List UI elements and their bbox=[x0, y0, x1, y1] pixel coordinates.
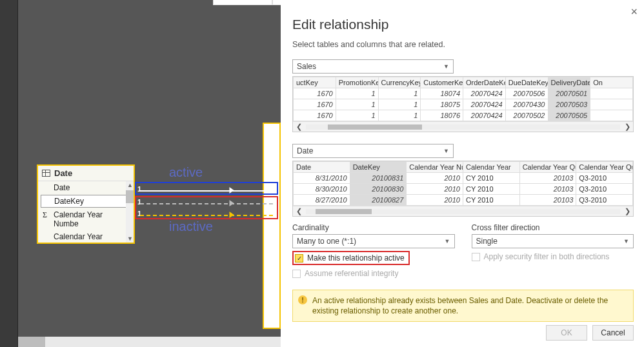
table-cell: CY 2010 bbox=[463, 173, 519, 184]
column-header[interactable]: OrderDateKey bbox=[463, 77, 506, 88]
table-cell: Q3-2010 bbox=[576, 195, 633, 206]
table-cell: 18075 bbox=[421, 99, 463, 110]
chevron-down-icon: ▼ bbox=[443, 63, 449, 70]
cardinality-value: Many to one (*:1) bbox=[297, 237, 356, 246]
cardinality-select[interactable]: Many to one (*:1) ▼ bbox=[292, 234, 455, 248]
table-cell: 18074 bbox=[421, 88, 463, 99]
table2-select[interactable]: Date ▼ bbox=[292, 144, 454, 158]
scroll-right-icon[interactable]: ❯ bbox=[621, 123, 633, 131]
model-canvas: Date Date DateKey ΣCalendar Year Numbe C… bbox=[0, 0, 281, 347]
scroll-thumb[interactable] bbox=[316, 209, 372, 214]
annotation-label-inactive: inactive bbox=[169, 219, 213, 234]
table-cell: 20070503 bbox=[548, 99, 590, 110]
sigma-icon: Σ bbox=[43, 210, 49, 220]
field-scrollbar[interactable]: ▲ ▼ bbox=[126, 181, 134, 243]
table-cell: 20100830 bbox=[350, 184, 407, 195]
table-cell: 20070506 bbox=[505, 88, 548, 99]
make-active-checkbox[interactable]: ✓ bbox=[295, 254, 303, 263]
column-header[interactable]: DeliveryDateKey bbox=[548, 77, 590, 88]
table1-grid: uctKeyPromotionKeyCurrencyKeyCustomerKey… bbox=[292, 76, 634, 132]
column-header[interactable]: Calendar Year Quarter Number bbox=[519, 162, 576, 173]
table-cell: 1670 bbox=[294, 88, 336, 99]
canvas-hscroll-track[interactable] bbox=[18, 337, 281, 347]
canvas-hscroll-thumb[interactable] bbox=[18, 337, 45, 347]
scroll-down-icon[interactable]: ▼ bbox=[127, 235, 133, 242]
column-header[interactable]: CustomerKey bbox=[421, 77, 463, 88]
table-cell: 20103 bbox=[519, 184, 576, 195]
table1-hscroll[interactable]: ❮ ❯ bbox=[293, 121, 633, 132]
scroll-thumb[interactable] bbox=[126, 190, 134, 203]
column-header[interactable]: Calendar Year Quar bbox=[576, 162, 633, 173]
table-cell bbox=[590, 88, 633, 99]
table-cell: 20070505 bbox=[548, 110, 590, 121]
column-header[interactable]: uctKey bbox=[294, 77, 336, 88]
dialog-subtitle: Select tables and columns that are relat… bbox=[292, 40, 634, 49]
annotation-box-active bbox=[135, 182, 278, 195]
make-active-label: Make this relationship active bbox=[307, 253, 405, 263]
field-row[interactable]: ΣCalendar Year Numbe bbox=[38, 208, 134, 230]
field-row-selected[interactable]: DateKey bbox=[41, 195, 131, 208]
table-cell: 20070424 bbox=[463, 99, 506, 110]
table-cell: 20103 bbox=[519, 173, 576, 184]
apply-security-label: Apply security filter in both directions bbox=[484, 252, 610, 261]
field-list: Date DateKey ΣCalendar Year Numbe Calend… bbox=[38, 181, 134, 243]
crossfilter-value: Single bbox=[476, 237, 498, 246]
cancel-button[interactable]: Cancel bbox=[592, 325, 634, 341]
table-cell: Q3-2010 bbox=[576, 184, 633, 195]
scroll-up-icon[interactable]: ▲ bbox=[127, 182, 133, 188]
annotation-box-inactive bbox=[135, 196, 278, 219]
apply-security-checkbox bbox=[472, 253, 480, 261]
chevron-down-icon: ▼ bbox=[445, 238, 450, 244]
column-header[interactable]: CurrencyKey bbox=[378, 77, 421, 88]
table-cell: 2010 bbox=[407, 184, 463, 195]
table2-grid: DateDateKeyCalendar Year NumberCalendar … bbox=[292, 161, 634, 217]
table-cell: 1 bbox=[336, 110, 378, 121]
scroll-right-icon[interactable]: ❯ bbox=[621, 207, 633, 215]
table2-hscroll[interactable]: ❮ ❯ bbox=[293, 206, 633, 216]
column-header[interactable]: Calendar Year Number bbox=[407, 162, 463, 173]
table-cell: 20070502 bbox=[505, 110, 548, 121]
table-cell: 20100831 bbox=[350, 173, 407, 184]
column-header[interactable]: DateKey bbox=[350, 162, 407, 173]
table-cell: CY 2010 bbox=[463, 184, 519, 195]
field-row[interactable]: Calendar Year bbox=[38, 230, 134, 243]
edit-relationship-dialog: × Edit relationship Select tables and co… bbox=[281, 0, 644, 347]
scroll-thumb[interactable] bbox=[328, 124, 422, 130]
dialog-title: Edit relationship bbox=[292, 17, 634, 32]
table-cell: 20070424 bbox=[463, 110, 506, 121]
table-cell: 8/27/2010 bbox=[294, 195, 350, 206]
date-table-card[interactable]: Date Date DateKey ΣCalendar Year Numbe C… bbox=[37, 164, 135, 244]
scroll-left-icon[interactable]: ❮ bbox=[293, 207, 305, 215]
close-icon[interactable]: × bbox=[630, 5, 638, 19]
table-cell: 1 bbox=[336, 99, 378, 110]
cardinality-label: Cardinality bbox=[292, 223, 455, 232]
warning-text: An active relationship already exists be… bbox=[312, 296, 608, 315]
assume-ref-checkbox bbox=[292, 270, 301, 278]
table1-select[interactable]: Sales ▼ bbox=[292, 59, 454, 74]
column-header[interactable]: DueDateKey bbox=[505, 77, 548, 88]
table-cell: 18076 bbox=[421, 110, 463, 121]
column-header[interactable]: On bbox=[590, 77, 633, 88]
crossfilter-select[interactable]: Single ▼ bbox=[472, 234, 634, 248]
scroll-left-icon[interactable]: ❮ bbox=[293, 123, 305, 131]
ok-button[interactable]: OK bbox=[546, 325, 587, 341]
date-table-title: Date bbox=[54, 168, 72, 178]
chevron-down-icon: ▼ bbox=[443, 148, 449, 154]
table-cell bbox=[590, 110, 633, 121]
table-icon bbox=[42, 170, 50, 177]
left-gutter bbox=[0, 0, 18, 347]
column-header[interactable]: Calendar Year bbox=[463, 162, 519, 173]
table-cell bbox=[590, 99, 633, 110]
table-cell: 20070430 bbox=[505, 99, 548, 110]
date-table-header[interactable]: Date bbox=[38, 166, 134, 181]
table-cell: 1 bbox=[378, 99, 421, 110]
annotation-label-active: active bbox=[169, 165, 203, 180]
table-cell: 20070424 bbox=[463, 88, 506, 99]
table1-select-value: Sales bbox=[297, 62, 316, 71]
field-row[interactable]: Date bbox=[38, 181, 134, 194]
table-cell: 20103 bbox=[519, 195, 576, 206]
column-header[interactable]: PromotionKey bbox=[336, 77, 378, 88]
table-cell: CY 2010 bbox=[463, 195, 519, 206]
make-active-highlight: ✓ Make this relationship active bbox=[292, 251, 410, 265]
column-header[interactable]: Date bbox=[294, 162, 350, 173]
